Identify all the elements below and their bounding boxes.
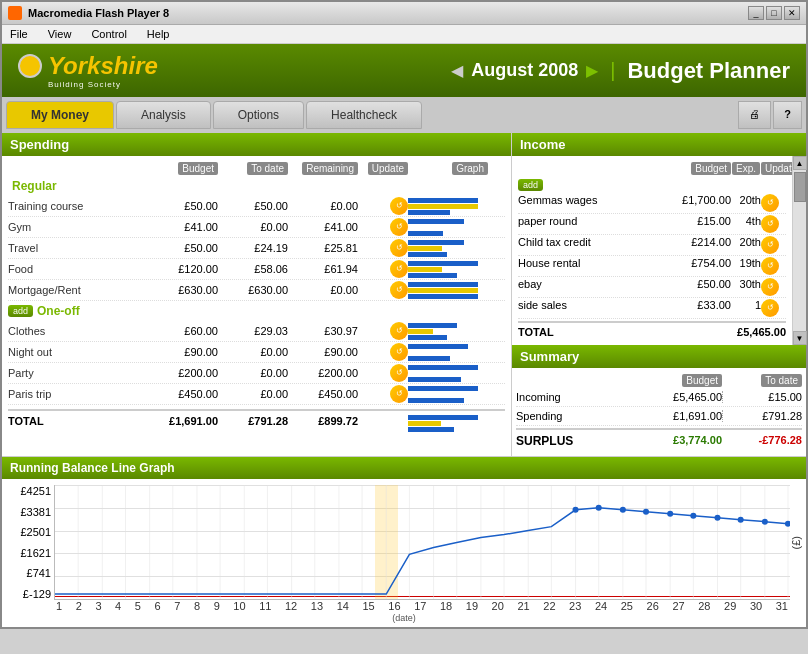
tab-options[interactable]: Options [213, 101, 304, 129]
item-budget: £60.00 [148, 325, 218, 337]
graph-container: £4251 £3381 £2501 £1621 £741 £-129 [2, 479, 806, 627]
incoming-label: Incoming [516, 391, 642, 403]
next-month-button[interactable]: ▶ [586, 61, 598, 80]
menu-control[interactable]: Control [87, 27, 130, 41]
menu-file[interactable]: File [6, 27, 32, 41]
update-icon[interactable]: ↺ [390, 343, 408, 361]
add-income-button[interactable]: add [518, 179, 543, 191]
update-icon[interactable]: ↺ [761, 215, 779, 233]
income-exp: 20th [731, 194, 761, 212]
spending-label: Spending [516, 410, 642, 422]
update-icon[interactable]: ↺ [761, 194, 779, 212]
scroll-down-button[interactable]: ▼ [793, 331, 807, 345]
update-icon[interactable]: ↺ [390, 364, 408, 382]
income-name: House rental [518, 257, 661, 275]
item-budget: £630.00 [148, 284, 218, 296]
tab-analysis[interactable]: Analysis [116, 101, 211, 129]
update-icon[interactable]: ↺ [390, 385, 408, 403]
item-name: Paris trip [8, 388, 148, 400]
item-remaining: £0.00 [288, 200, 358, 212]
item-name: Party [8, 367, 148, 379]
titlebar-buttons: _ □ ✕ [748, 6, 800, 20]
spending-todate-summary: £791.28 [722, 410, 802, 422]
update-icon[interactable]: ↺ [390, 322, 408, 340]
budget-col-label: Budget [178, 162, 218, 175]
menu-view[interactable]: View [44, 27, 76, 41]
update-icon[interactable]: ↺ [761, 299, 779, 317]
update-col-label: Update [368, 162, 408, 175]
item-budget: £450.00 [148, 388, 218, 400]
table-row: Clothes £60.00 £29.03 £30.97 ↺ [8, 321, 505, 342]
total-bar-chart [408, 415, 478, 432]
update-icon[interactable]: ↺ [761, 278, 779, 296]
summary-incoming-row: Incoming £5,465.00 £15.00 [516, 388, 802, 407]
total-remaining: £899.72 [288, 415, 358, 432]
update-icon[interactable]: ↺ [390, 239, 408, 257]
svg-point-35 [667, 511, 673, 517]
update-icon[interactable]: ↺ [761, 236, 779, 254]
income-budget: £33.00 [661, 299, 731, 317]
oneoff-category-row: add One-off [8, 301, 505, 321]
update-icon[interactable]: ↺ [761, 257, 779, 275]
update-icon[interactable]: ↺ [390, 281, 408, 299]
scroll-thumb[interactable] [794, 172, 806, 202]
table-row: Party £200.00 £0.00 £200.00 ↺ [8, 363, 505, 384]
add-oneoff-button[interactable]: add [8, 305, 33, 317]
summary-spending-row: Spending £1,691.00 £791.28 [516, 407, 802, 426]
item-todate: £0.00 [218, 388, 288, 400]
update-icon[interactable]: ↺ [390, 260, 408, 278]
prev-month-button[interactable]: ◀ [451, 61, 463, 80]
item-budget: £120.00 [148, 263, 218, 275]
logo-text: Yorkshire [48, 52, 158, 80]
header-navigation: ◀ August 2008 ▶ | Budget Planner [451, 58, 790, 84]
total-label: TOTAL [8, 415, 148, 432]
tab-healthcheck[interactable]: Healthcheck [306, 101, 422, 129]
income-col-headers: Budget Exp. Update [518, 160, 786, 176]
income-exp: 4th [731, 215, 761, 233]
summary-col-headers: Budget To date [516, 372, 802, 388]
graph-col-label: Graph [452, 162, 488, 175]
regular-category-label: Regular [8, 176, 505, 196]
income-summary-panel: Income Budget Exp. Update add [512, 133, 806, 456]
svg-point-39 [762, 519, 768, 525]
y-label-1: £741 [6, 567, 51, 579]
graph-header: Running Balance Line Graph [2, 457, 806, 479]
item-name: Travel [8, 242, 148, 254]
maximize-button[interactable]: □ [766, 6, 782, 20]
item-remaining: £450.00 [288, 388, 358, 400]
svg-point-38 [738, 517, 744, 523]
menu-help[interactable]: Help [143, 27, 174, 41]
income-row: side sales £33.00 1 ↺ [518, 298, 786, 319]
item-budget: £41.00 [148, 221, 218, 233]
item-name: Gym [8, 221, 148, 233]
spending-panel: Spending Budget To date Remaining Update… [2, 133, 512, 456]
item-budget: £200.00 [148, 367, 218, 379]
bar-chart [408, 198, 478, 215]
income-exp: 30th [731, 278, 761, 296]
update-icon[interactable]: ↺ [390, 197, 408, 215]
table-row: Travel £50.00 £24.19 £25.81 ↺ [8, 238, 505, 259]
print-button[interactable]: 🖨 [738, 101, 771, 129]
item-todate: £58.06 [218, 263, 288, 275]
scroll-up-button[interactable]: ▲ [793, 156, 807, 170]
income-content: Budget Exp. Update add Gemmas wages £1,7… [512, 156, 806, 345]
window-title: Macromedia Flash Player 8 [28, 7, 169, 19]
app-header: Yorkshire Building Society ◀ August 2008… [2, 44, 806, 97]
budget-summary-col: Budget [682, 374, 722, 387]
income-budget: £754.00 [661, 257, 731, 275]
minimize-button[interactable]: _ [748, 6, 764, 20]
item-remaining: £200.00 [288, 367, 358, 379]
update-icon[interactable]: ↺ [390, 218, 408, 236]
help-button[interactable]: ? [773, 101, 802, 129]
x-axis-labels: 1234567891011121314151617181920212223242… [56, 600, 788, 612]
item-budget: £90.00 [148, 346, 218, 358]
tab-my-money[interactable]: My Money [6, 101, 114, 129]
close-button[interactable]: ✕ [784, 6, 800, 20]
app-title: Budget Planner [627, 58, 790, 84]
header-divider: | [610, 59, 615, 82]
item-name: Night out [8, 346, 148, 358]
income-name: Gemmas wages [518, 194, 661, 212]
remaining-col-label: Remaining [302, 162, 358, 175]
income-total-label: TOTAL [518, 326, 716, 338]
bar-chart [408, 344, 478, 361]
